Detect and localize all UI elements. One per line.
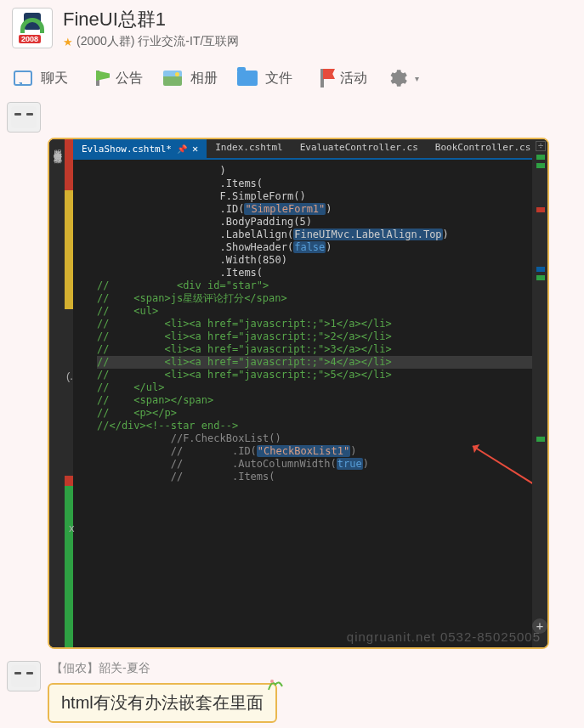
message-bubble-text: html有没有办法嵌套在里面 xyxy=(48,683,277,723)
editor-tab-active[interactable]: EvlaShow.cshtml* 📌 ✕ xyxy=(73,139,207,158)
editor-side-panel: 服务器资源管理器 xyxy=(49,139,65,647)
group-subtitle: (2000人群) 行业交流-IT/互联网 xyxy=(77,34,239,49)
tab-activity-label: 活动 xyxy=(340,70,367,87)
close-icon[interactable]: ✕ xyxy=(192,143,198,155)
logo-year: 2008 xyxy=(19,35,41,43)
editor-tab[interactable]: Index.cshtml xyxy=(207,139,291,158)
code-content[interactable]: ) .Items( F.SimpleForm() .ID("SimpleForm… xyxy=(73,160,532,488)
message-text: html有没有办法嵌套在里面 xyxy=(61,693,264,712)
chat-icon xyxy=(12,67,34,89)
tab-file[interactable]: 文件 xyxy=(236,67,292,89)
tab-announce[interactable]: 公告 xyxy=(87,67,143,89)
svg-point-0 xyxy=(270,680,274,683)
add-icon[interactable]: + xyxy=(532,618,547,634)
truncated-sidebar-text: (. xyxy=(66,370,73,382)
pin-icon[interactable]: 📌 xyxy=(177,144,187,154)
tab-activity[interactable]: 活动 xyxy=(311,67,367,89)
folder-icon xyxy=(236,67,258,89)
tab-photo[interactable]: 相册 xyxy=(162,67,218,89)
group-avatar[interactable]: 2008 xyxy=(12,8,53,48)
star-icon: ★ xyxy=(63,36,73,48)
bubble-decoration-icon xyxy=(267,676,284,690)
photo-icon xyxy=(162,67,184,89)
avatar[interactable] xyxy=(7,661,41,691)
editor-tab[interactable]: EvaluateController.cs xyxy=(292,139,427,158)
avatar[interactable] xyxy=(7,102,41,133)
editor-tab[interactable]: BookController.cs xyxy=(427,139,532,158)
tab-file-label: 文件 xyxy=(265,70,292,87)
message-bubble-code: 服务器资源管理器 EvlaShow.cshtml* 📌 ✕ Index.csht… xyxy=(48,138,549,649)
split-icon[interactable]: ÷ xyxy=(536,141,546,151)
code-editor-screenshot: 服务器资源管理器 EvlaShow.cshtml* 📌 ✕ Index.csht… xyxy=(49,139,547,647)
editor-change-margin xyxy=(65,139,73,647)
truncated-sidebar-x: x xyxy=(69,522,75,534)
tab-chat[interactable]: 聊天 xyxy=(12,67,68,89)
editor-scrollmap[interactable]: ÷ + xyxy=(532,139,547,647)
tab-photo-label: 相册 xyxy=(190,70,218,87)
flag-icon xyxy=(311,67,333,89)
sender-name: 【佃农】韶关-夏谷 xyxy=(51,661,577,676)
chevron-down-icon: ▾ xyxy=(415,74,419,83)
tab-announce-label: 公告 xyxy=(116,70,143,87)
announce-icon xyxy=(87,67,109,89)
tab-chat-label: 聊天 xyxy=(41,70,68,87)
group-title: FineUI总群1 xyxy=(63,7,572,32)
settings-button[interactable]: ▾ xyxy=(386,67,419,89)
editor-tab-label: EvlaShow.cshtml* xyxy=(82,144,172,155)
gear-icon xyxy=(386,67,408,89)
